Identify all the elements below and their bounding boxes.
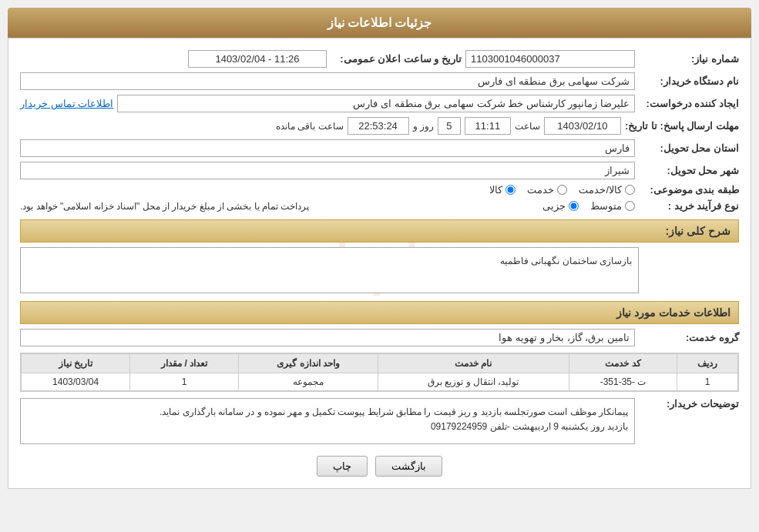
need-description-label: شرح کلی نیاز: <box>666 225 730 237</box>
cell-qty: 1 <box>130 373 239 391</box>
service-group-label: گروه خدمت: <box>639 332 739 343</box>
response-days: 5 <box>438 117 461 135</box>
cell-name: تولید، انتقال و توزیع برق <box>378 373 569 391</box>
need-description-value: بازسازی ساختمان نگهبانی فاطمیه <box>20 247 639 293</box>
col-header-unit: واحد اندازه گیری <box>239 354 378 373</box>
category-option-khadamat: خدمت <box>527 184 567 196</box>
content-area: شماره نیاز: 1103001046000037 تاریخ و ساع… <box>20 50 739 477</box>
buyer-notes-value: پیمانکار موظف است صورتجلسه بازدید و ریز … <box>20 398 635 444</box>
print-button[interactable]: چاپ <box>317 456 368 477</box>
creator-label: ایجاد کننده درخواست: <box>639 98 739 109</box>
category-row: طبقه بندی موضوعی: کالا/خدمت خدمت کالا <box>20 184 739 196</box>
process-radio-group: متوسط جزیی <box>321 200 635 212</box>
process-note: پرداخت تمام یا بخشی از مبلغ خریدار از مح… <box>20 201 309 212</box>
creator-row: ایجاد کننده درخواست: علیرضا زمانپور کارش… <box>20 95 739 112</box>
process-radio-jozyi[interactable] <box>569 201 579 211</box>
response-deadline-row: مهلت ارسال پاسخ: تا تاریخ: 1403/02/10 سا… <box>20 117 739 135</box>
province-label: استان محل تحویل: <box>639 142 739 154</box>
response-days-label: روز و <box>413 121 434 132</box>
process-option-motavaset: متوسط <box>590 200 635 212</box>
response-time: 11:11 <box>465 117 511 135</box>
need-number-row: شماره نیاز: 1103001046000037 تاریخ و ساع… <box>20 50 739 68</box>
category-radio-khadamat[interactable] <box>557 185 567 195</box>
category-label-khadamat: خدمت <box>527 184 554 196</box>
creator-value: علیرضا زمانپور کارشناس خط شرکت سهامی برق… <box>117 95 635 112</box>
response-remaining-label: ساعت باقی مانده <box>276 121 344 132</box>
city-row: شهر محل تحویل: شیراز <box>20 162 739 179</box>
announcement-date-value: 1403/02/04 - 11:26 <box>188 50 327 68</box>
main-panel: 🛡 شماره نیاز: 1103001046000037 تاریخ و س… <box>8 38 751 489</box>
col-header-date: تاریخ نیاز <box>22 354 130 373</box>
process-option-jozyi: جزیی <box>542 200 579 212</box>
category-option-kala: کالا <box>489 184 516 196</box>
category-radio-kala-khadamat[interactable] <box>625 185 635 195</box>
category-label: طبقه بندی موضوعی: <box>639 184 739 196</box>
process-label-motavaset: متوسط <box>590 200 622 212</box>
col-header-row-num: ردیف <box>677 354 738 373</box>
back-button[interactable]: بازگشت <box>375 456 442 477</box>
services-table: ردیف کد خدمت نام خدمت واحد اندازه گیری ت… <box>21 353 738 391</box>
process-row: نوع فرآیند خرید : متوسط جزیی پرداخت تمام… <box>20 200 739 212</box>
buyer-notes-row: توضیحات خریدار: پیمانکار موظف است صورتجل… <box>20 398 739 444</box>
process-radio-motavaset[interactable] <box>625 201 635 211</box>
category-option-kala-khadamat: کالا/خدمت <box>579 184 635 196</box>
process-label-jozyi: جزیی <box>542 200 566 212</box>
need-number-value: 1103001046000037 <box>465 50 635 68</box>
service-group-row: گروه خدمت: تامین برق، گاز، بخار و تهویه … <box>20 329 739 346</box>
province-row: استان محل تحویل: فارس <box>20 139 739 157</box>
need-description-header: شرح کلی نیاز: <box>20 219 739 243</box>
col-header-qty: تعداد / مقدار <box>130 354 239 373</box>
col-header-code: کد خدمت <box>569 354 677 373</box>
page-wrapper: جزئیات اطلاعات نیاز 🛡 شماره نیاز: 110300… <box>0 0 759 532</box>
response-time-label: ساعت <box>515 121 540 132</box>
buyer-name-row: نام دستگاه خریدار: شرکت سهامی برق منطقه … <box>20 72 739 90</box>
response-date: 1403/02/10 <box>544 117 621 135</box>
cell-code: ت -35-351- <box>569 373 677 391</box>
page-header: جزئیات اطلاعات نیاز <box>8 8 751 38</box>
city-label: شهر محل تحویل: <box>639 165 739 176</box>
services-table-container: ردیف کد خدمت نام خدمت واحد اندازه گیری ت… <box>20 353 739 392</box>
page-title: جزئیات اطلاعات نیاز <box>327 16 432 29</box>
buttons-row: بازگشت چاپ <box>20 456 739 477</box>
need-description-row: بازسازی ساختمان نگهبانی فاطمیه <box>20 247 739 293</box>
cell-date: 1403/03/04 <box>22 373 130 391</box>
response-deadline-label: مهلت ارسال پاسخ: تا تاریخ: <box>625 120 739 132</box>
buyer-name-label: نام دستگاه خریدار: <box>639 75 739 87</box>
need-number-label: شماره نیاز: <box>639 53 739 65</box>
services-section-header: اطلاعات خدمات مورد نیاز <box>20 301 739 324</box>
buyer-notes-label: توضیحات خریدار: <box>639 398 739 410</box>
col-header-name: نام خدمت <box>378 354 569 373</box>
buyer-name-value: شرکت سهامی برق منطقه ای فارس <box>20 72 635 90</box>
province-value: فارس <box>20 139 635 157</box>
process-label: نوع فرآیند خرید : <box>639 200 739 212</box>
response-remaining: 22:53:24 <box>348 117 409 135</box>
announcement-date-label: تاریخ و ساعت اعلان عمومی: <box>331 53 462 65</box>
category-label-kala-khadamat: کالا/خدمت <box>579 184 622 196</box>
table-row: 1 ت -35-351- تولید، انتقال و توزیع برق م… <box>22 373 738 391</box>
contact-link[interactable]: اطلاعات تماس خریدار <box>20 98 113 109</box>
service-group-value: تامین برق، گاز، بخار و تهویه هوا <box>20 329 635 346</box>
table-header-row: ردیف کد خدمت نام خدمت واحد اندازه گیری ت… <box>22 354 738 373</box>
services-section-title: اطلاعات خدمات مورد نیاز <box>616 306 730 319</box>
category-label-kala: کالا <box>489 184 502 196</box>
category-radio-group: کالا/خدمت خدمت کالا <box>20 184 635 196</box>
city-value: شیراز <box>20 162 635 179</box>
category-radio-kala[interactable] <box>505 185 516 195</box>
cell-unit: مجموعه <box>239 373 378 391</box>
cell-row-num: 1 <box>677 373 738 391</box>
